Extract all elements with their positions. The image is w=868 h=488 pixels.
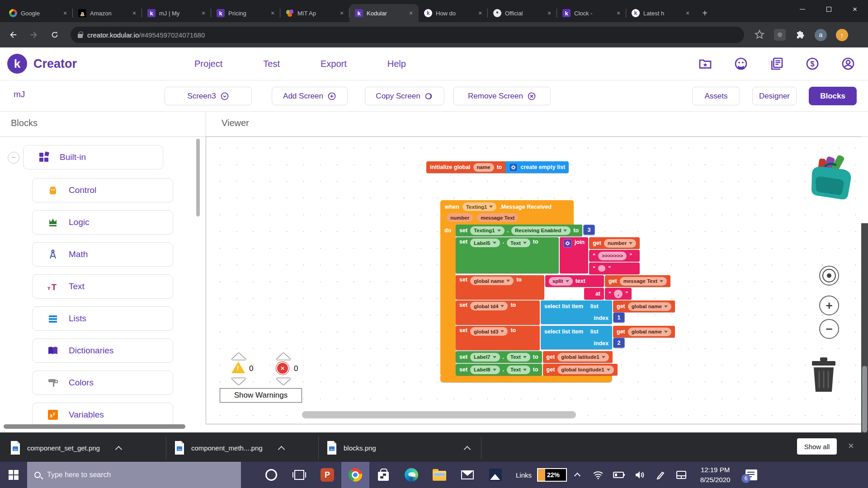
block-number-2[interactable]: 2: [613, 338, 625, 348]
clock[interactable]: 12:19 PM 8/25/2020: [692, 465, 739, 485]
screen-selector[interactable]: Screen3: [165, 87, 252, 105]
cortana-button[interactable]: [257, 462, 285, 488]
mutator-gear-icon[interactable]: [509, 163, 518, 172]
search-input[interactable]: [47, 471, 219, 479]
tab-google[interactable]: Google ×: [4, 4, 73, 22]
block-text-arrows[interactable]: “ >>>>>>> ”: [589, 250, 640, 262]
mail-button[interactable]: [453, 462, 481, 488]
url-bar[interactable]: creator.kodular.io/#4954597024071680: [71, 27, 744, 43]
block-get-global-name[interactable]: get global name: [613, 326, 675, 338]
param-number[interactable]: number: [447, 213, 473, 222]
block-initialize-global[interactable]: initialize global name to create empty l…: [426, 161, 569, 173]
new-tab-button[interactable]: +: [698, 6, 712, 20]
block-select-list-item[interactable]: select list item list: [541, 300, 612, 312]
remove-screen-button[interactable]: Remove Screen: [453, 87, 551, 105]
global-name-field[interactable]: name: [473, 163, 494, 172]
sidebar-item-logic[interactable]: Logic: [32, 210, 173, 235]
bookmark-star-icon[interactable]: [754, 29, 765, 40]
add-screen-button[interactable]: Add Screen: [272, 87, 348, 105]
touchpad-button[interactable]: [671, 462, 692, 488]
block-set-global-td3[interactable]: set global td3 to select list item list: [456, 326, 675, 350]
tab-close-icon[interactable]: ×: [684, 9, 692, 17]
profile-avatar[interactable]: a: [815, 29, 827, 41]
tab-amazon[interactable]: a Amazon ×: [73, 4, 142, 22]
sidebar-item-colors[interactable]: Colors: [32, 371, 173, 395]
close-downloads-bar-icon[interactable]: ×: [848, 440, 854, 452]
block-get-number[interactable]: get number: [589, 237, 640, 249]
block-select-list-item[interactable]: select list item list: [541, 326, 612, 338]
news-feed-icon[interactable]: [769, 56, 784, 71]
sidebar-item-text[interactable]: тT Text: [32, 274, 173, 299]
center-blocks-button[interactable]: [819, 266, 839, 286]
back-button[interactable]: [5, 27, 21, 42]
sidebar-item-math[interactable]: Math: [32, 242, 173, 267]
volume-button[interactable]: [629, 462, 650, 488]
block-set-label8-text[interactable]: set Label8 . Text to get global longitud…: [456, 364, 675, 375]
tab-clock[interactable]: k Clock - ×: [557, 4, 626, 22]
menu-help[interactable]: Help: [387, 59, 406, 69]
start-button[interactable]: [0, 462, 27, 488]
browser-update-icon[interactable]: ↑: [836, 29, 848, 41]
download-menu-chevron-icon[interactable]: [463, 446, 471, 453]
block-set-label7-text[interactable]: set Label7 . Text to get global latitude…: [456, 351, 675, 363]
collapse-builtin-button[interactable]: −: [8, 152, 19, 164]
forward-button[interactable]: [26, 27, 42, 42]
block-text-empty[interactable]: “ ”: [589, 263, 640, 274]
copy-screen-button[interactable]: Copy Screen: [365, 87, 444, 105]
tab-mit-app[interactable]: MIT Ap ×: [280, 4, 349, 22]
menu-export[interactable]: Export: [321, 59, 347, 69]
menu-project[interactable]: Project: [194, 59, 222, 69]
reload-button[interactable]: [47, 27, 62, 42]
tab-how-do[interactable]: k How do ×: [419, 4, 488, 22]
edge-button[interactable]: [397, 462, 425, 488]
errors-down-arrow-icon[interactable]: [276, 378, 291, 385]
block-when-message-received[interactable]: when Texting1 .Message Received number m…: [440, 200, 675, 382]
zoom-out-button[interactable]: −: [819, 319, 839, 339]
download-item[interactable]: component_meth....png: [174, 439, 284, 456]
sidebar-item-dictionaries[interactable]: Dictionaries: [32, 338, 173, 363]
block-join[interactable]: join: [560, 237, 588, 273]
account-icon[interactable]: [841, 56, 855, 71]
download-item[interactable]: component_set_get.png: [10, 439, 121, 456]
sidebar-item-lists[interactable]: Lists: [32, 306, 173, 331]
links-toolbar-label[interactable]: Links: [516, 471, 532, 479]
tab-pricing[interactable]: k Pricing ×: [211, 4, 280, 22]
block-get-global-longitude1[interactable]: get global longitude1: [543, 364, 618, 375]
tab-close-icon[interactable]: ×: [545, 9, 553, 17]
block-set-receiving-enabled[interactable]: set Texting1 . Receiving Enabled to 3: [456, 225, 675, 236]
block-set-global-name[interactable]: set global name to split text: [456, 275, 675, 300]
window-maximize-button[interactable]: [816, 0, 842, 18]
task-view-button[interactable]: [285, 462, 313, 488]
show-all-downloads-button[interactable]: Show all: [797, 438, 837, 455]
store-button[interactable]: [369, 462, 397, 488]
chrome-button[interactable]: [341, 462, 369, 488]
download-menu-chevron-icon[interactable]: [278, 446, 285, 453]
errors-up-arrow-icon[interactable]: [276, 353, 291, 360]
wifi-button[interactable]: [588, 462, 609, 488]
blocks-canvas[interactable]: initialize global name to create empty l…: [206, 136, 861, 424]
tab-close-icon[interactable]: ×: [130, 9, 138, 17]
sidebar-item-control[interactable]: Control: [32, 178, 173, 202]
window-close-button[interactable]: ×: [842, 0, 868, 18]
projects-folder-icon[interactable]: [698, 56, 712, 71]
assets-button[interactable]: Assets: [692, 87, 740, 105]
extension-shield-icon[interactable]: [774, 29, 786, 41]
tab-close-icon[interactable]: ×: [269, 9, 277, 17]
sidebar-vertical-scrollbar[interactable]: [196, 139, 200, 216]
action-center-button[interactable]: 6: [739, 462, 764, 488]
warnings-down-arrow-icon[interactable]: [231, 378, 246, 385]
tab-latest[interactable]: k Latest h ×: [626, 4, 695, 22]
tab-close-icon[interactable]: ×: [407, 9, 415, 17]
taskbar-search[interactable]: [27, 462, 241, 488]
block-number-3[interactable]: 3: [583, 225, 595, 235]
menu-test[interactable]: Test: [263, 59, 280, 69]
show-warnings-button[interactable]: Show Warnings: [220, 388, 302, 403]
file-explorer-button[interactable]: [425, 462, 453, 488]
extensions-puzzle-icon[interactable]: [795, 29, 806, 40]
canvas-horizontal-scrollbar[interactable]: [302, 411, 576, 418]
support-face-icon[interactable]: [734, 56, 748, 71]
tab-close-icon[interactable]: ×: [61, 9, 69, 17]
download-item[interactable]: blocks.png: [326, 439, 470, 456]
sidebar-item-builtin[interactable]: Built-in: [23, 145, 163, 169]
tab-close-icon[interactable]: ×: [614, 9, 623, 17]
